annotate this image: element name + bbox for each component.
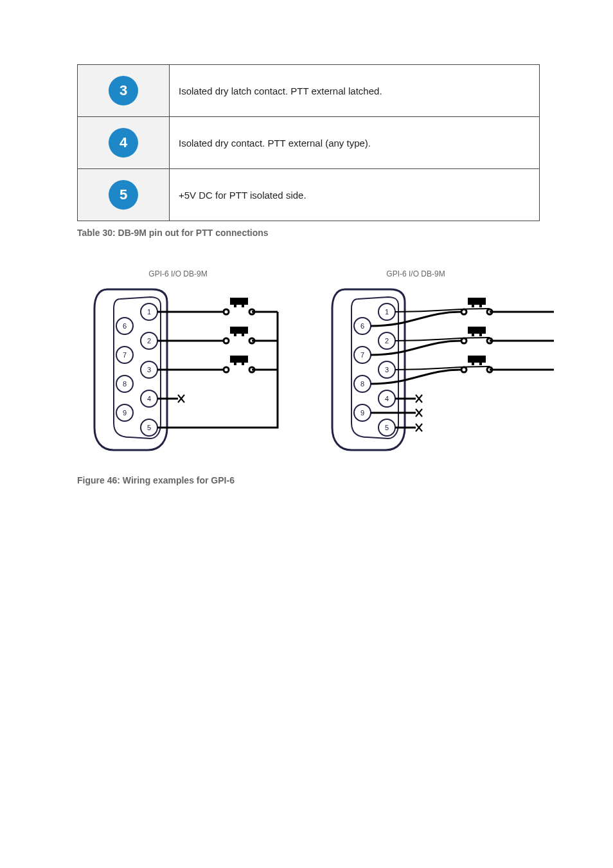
svg-rect-75	[469, 357, 484, 361]
table-caption: Table 30: DB-9M pin out for PTT connecti…	[77, 228, 574, 238]
svg-text:4: 4	[385, 395, 389, 402]
svg-rect-36	[231, 357, 247, 361]
svg-text:4: 4	[147, 395, 151, 402]
pin-text: Isolated dry contact. PTT external (any …	[170, 117, 540, 169]
pinout-table: 3 Isolated dry latch contact. PTT extern…	[77, 64, 540, 221]
pin-text: +5V DC for PTT isolated side.	[170, 169, 540, 221]
svg-point-66	[461, 367, 466, 372]
pin-badge-cell: 5	[78, 169, 170, 221]
pin-text: Isolated dry latch contact. PTT external…	[170, 65, 540, 117]
svg-point-19	[224, 309, 229, 314]
svg-text:9: 9	[123, 409, 127, 417]
pin-badge: 5	[109, 180, 138, 210]
svg-text:6: 6	[123, 322, 127, 330]
svg-rect-30	[231, 299, 247, 303]
page: 3 Isolated dry latch contact. PTT extern…	[0, 64, 613, 868]
svg-text:2: 2	[385, 337, 389, 345]
svg-text:3: 3	[147, 366, 151, 374]
svg-point-60	[461, 309, 466, 314]
connector-label: GPI-6 I/O DB-9M	[148, 269, 207, 278]
svg-rect-69	[469, 299, 484, 303]
svg-text:5: 5	[147, 424, 151, 431]
svg-text:1: 1	[385, 308, 389, 316]
svg-point-63	[461, 338, 466, 343]
connector-label: GPI-6 I/O DB-9M	[386, 269, 445, 278]
table-row: 4 Isolated dry contact. PTT external (an…	[78, 117, 540, 169]
figure-caption: Figure 46: Wiring examples for GPI-6	[77, 475, 574, 485]
svg-rect-33	[231, 328, 247, 332]
svg-text:7: 7	[123, 351, 127, 359]
svg-point-27	[224, 367, 229, 372]
svg-text:3: 3	[385, 366, 389, 374]
svg-text:8: 8	[360, 380, 364, 388]
pin-badge: 3	[109, 76, 138, 105]
svg-text:5: 5	[385, 424, 389, 431]
pin-badge-cell: 3	[78, 65, 170, 117]
svg-text:7: 7	[360, 351, 364, 359]
svg-text:6: 6	[360, 322, 364, 330]
svg-rect-72	[469, 328, 484, 332]
table-row: 3 Isolated dry latch contact. PTT extern…	[78, 65, 540, 117]
svg-text:8: 8	[123, 380, 127, 388]
pin-badge-cell: 4	[78, 117, 170, 169]
svg-text:9: 9	[360, 409, 364, 417]
pin-badge: 4	[109, 128, 138, 158]
table-row: 5 +5V DC for PTT isolated side.	[78, 169, 540, 221]
wiring-figure: GPI-6 I/O DB-9M 1 2 3 4 5 6 7 8 9	[58, 264, 574, 471]
svg-point-23	[224, 338, 229, 343]
svg-text:1: 1	[147, 308, 151, 316]
svg-text:2: 2	[147, 337, 151, 345]
